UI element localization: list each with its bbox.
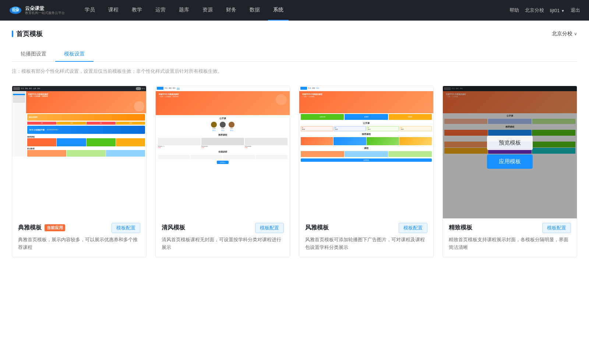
help-link[interactable]: 帮助 [509,7,519,14]
current-badge-elegant: 当前应用 [45,224,65,231]
template-info-elegant: 典雅模板 当前应用 模板配置 典雅首页模板，展示内容较多，可以展示优惠券和多个推… [12,218,146,257]
nav-item-resources[interactable]: 资源 [197,0,218,21]
page-title: 首页模板 [12,29,43,38]
navbar: 云朵 云朵课堂 教育机构一站式服务云平台 学员 课程 教学 运营 题库 资源 财… [0,0,589,21]
nav-item-operations[interactable]: 运营 [150,0,171,21]
template-name-refined: 精致模板 [449,224,472,232]
template-info-fresh: 清风模板 模板配置 清风首页模板课程无封面，可设置按学科分类对课程进行展示 [156,218,290,257]
tabs: 轮播图设置 模板设置 [12,47,577,62]
nav-item-teaching[interactable]: 教学 [127,0,147,21]
nav-item-system[interactable]: 系统 [268,0,289,21]
note-text: 注：模板有部分个性化样式设置，设置后仅当前模板生效；非个性化样式设置后针对所有模… [12,68,577,75]
templates-grid: 学员 课程 教学 运营 系统 用户名 [12,86,577,258]
tab-template[interactable]: 模板设置 [55,47,94,62]
template-desc-fresh: 清风首页模板课程无封面，可设置按学科分类对课程进行展示 [162,236,284,251]
template-name-row-fengya: 风雅模板 模板配置 [305,223,427,233]
template-name-elegant: 典雅模板 当前应用 [18,224,65,232]
template-info-refined: 精致模板 模板配置 精致首页模板支持课程展示封面，各模板分隔明显，界面简洁清晰 [443,218,577,257]
nav-item-courses[interactable]: 课程 [103,0,124,21]
logo-icon: 云朵 [9,4,22,17]
nav-item-students[interactable]: 学员 [80,0,100,21]
user-menu[interactable]: lijt01 ▼ [550,8,565,13]
apply-button-refined[interactable]: 应用模板 [487,154,533,169]
page-header: 首页模板 北京分校 [12,29,577,38]
nav-item-finance[interactable]: 财务 [221,0,241,21]
tab-carousel[interactable]: 轮播图设置 [12,47,55,62]
config-button-fresh[interactable]: 模板配置 [255,223,284,233]
logout-link[interactable]: 退出 [571,7,580,14]
navbar-right: 帮助 北京分校 lijt01 ▼ 退出 [509,7,580,14]
logo: 云朵 云朵课堂 教育机构一站式服务云平台 [9,4,65,17]
config-button-refined[interactable]: 模板配置 [542,223,571,233]
branch-selector[interactable]: 北京分校 [552,31,577,37]
template-desc-refined: 精致首页模板支持课程展示封面，各模板分隔明显，界面简洁清晰 [449,236,571,251]
svg-text:云朵: 云朵 [12,8,20,12]
template-card-fengya[interactable]: 学员 课程 系统 托福TPO1-54真题及解析 ✓ 全真 ✓ 心法视频 全国名师 [299,86,434,258]
template-desc-fengya: 风雅首页模板可添加轮播图下广告图片，可对课程及课程包设置学科分类展示 [305,236,427,251]
apply-button-fengya[interactable]: 应用模板 [343,154,389,169]
template-preview-fengya: 学员 课程 系统 托福TPO1-54真题及解析 ✓ 全真 ✓ 心法视频 全国名师 [299,86,433,218]
preview-button-elegant[interactable]: 预览模板 [56,136,102,150]
template-name-row-refined: 精致模板 模板配置 [449,223,571,233]
template-name-row-fresh: 清风模板 模板配置 [162,223,284,233]
template-preview-refined: 学员 课程 系统 托福TPO1-54真题及解析 ✓ 全真 ✓ 心法视频 公开课 [443,86,577,218]
template-card-elegant[interactable]: 学员 课程 教学 运营 系统 用户名 [12,86,147,258]
config-button-fengya[interactable]: 模板配置 [399,223,427,233]
template-card-refined[interactable]: 学员 课程 系统 托福TPO1-54真题及解析 ✓ 全真 ✓ 心法视频 公开课 [442,86,577,258]
template-card-fresh[interactable]: 学员 课程 教学 系统 托福TPO1-54真题及解析 ✓ 全真 ✓ 心法视频 ✓… [155,86,290,258]
template-name-fengya: 风雅模板 [305,224,329,232]
branch-link[interactable]: 北京分校 [525,7,544,14]
preview-button-fengya[interactable]: 预览模板 [343,136,389,150]
template-preview-elegant: 学员 课程 教学 运营 系统 用户名 [12,86,146,218]
navbar-nav: 学员 课程 教学 运营 题库 资源 财务 数据 系统 [80,0,509,21]
template-desc-elegant: 典雅首页模板，展示内容较多，可以展示优惠券和多个推荐课程 [18,236,140,251]
nav-item-questions[interactable]: 题库 [174,0,194,21]
apply-button-elegant[interactable]: 应用模板 [56,154,102,169]
apply-button-fresh[interactable]: 应用模板 [200,154,246,169]
template-name-fresh: 清风模板 [162,224,185,232]
logo-text: 云朵课堂 教育机构一站式服务云平台 [25,6,65,15]
preview-button-fresh[interactable]: 预览模板 [200,136,246,150]
template-name-row-elegant: 典雅模板 当前应用 模板配置 [18,223,140,233]
template-preview-fresh: 学员 课程 教学 系统 托福TPO1-54真题及解析 ✓ 全真 ✓ 心法视频 ✓… [156,86,290,218]
template-info-fengya: 风雅模板 模板配置 风雅首页模板可添加轮播图下广告图片，可对课程及课程包设置学科… [299,218,433,257]
config-button-elegant[interactable]: 模板配置 [112,223,140,233]
preview-button-refined[interactable]: 预览模板 [487,136,533,150]
template-overlay-refined: 预览模板 应用模板 [443,86,577,218]
main-content: 首页模板 北京分校 轮播图设置 模板设置 注：模板有部分个性化样式设置，设置后仅… [0,21,589,364]
nav-item-data[interactable]: 数据 [244,0,265,21]
